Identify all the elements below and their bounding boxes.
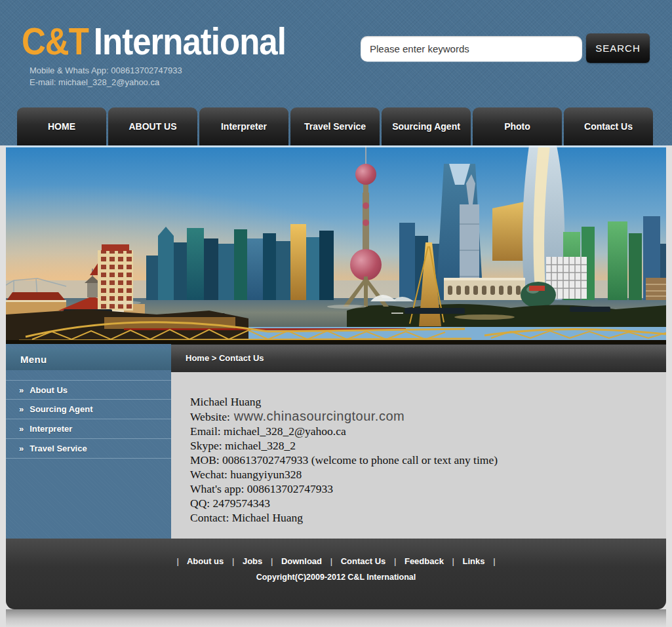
header: C&TInternational Mobile & Whats App: 008… [0, 0, 672, 145]
double-chevron-icon: » [19, 424, 24, 434]
sidebar-title: Menu [6, 349, 171, 370]
breadcrumb: Home > Contact Us [171, 344, 666, 372]
header-contact-lines: Mobile & Whats App: 008613702747933 E-ma… [30, 65, 182, 88]
search-button[interactable]: SEARCH [586, 33, 650, 63]
separator: | [232, 556, 234, 566]
header-email-line: E-mail: michael_328_2@yahoo.ca [30, 77, 182, 88]
contact-person-line: Contact: Michael Huang [190, 510, 653, 525]
footer-reflection [6, 609, 666, 627]
shanghai-skyline-graphic [6, 145, 666, 344]
footer-link-download[interactable]: Download [281, 556, 322, 566]
sidebar-item-travel-service[interactable]: »Travel Service [6, 439, 171, 459]
double-chevron-icon: » [19, 385, 24, 395]
content-area: Home > Contact Us Michael Huang Website:… [171, 344, 666, 539]
copyright-text: Copyright(C)2009-2012 C&L International [6, 573, 666, 582]
sidebar-item-label: About Us [30, 385, 68, 395]
contact-whatsapp-line: What's app: 008613702747933 [190, 482, 653, 496]
site-logo[interactable]: C&TInternational [22, 20, 286, 63]
tab-photo[interactable]: Photo [473, 107, 562, 145]
contact-mob-line: MOB: 008613702747933 (welcome to phone c… [190, 453, 653, 467]
footer-link-contact-us[interactable]: Contact Us [341, 556, 386, 566]
header-mobile-line: Mobile & Whats App: 008613702747933 [30, 65, 182, 77]
tab-sourcing-agent[interactable]: Sourcing Agent [382, 107, 471, 145]
contact-website-line: Website:www.chinasourcingtour.com [190, 409, 653, 424]
sidebar-item-about-us[interactable]: »About Us [6, 380, 171, 400]
contact-name-line: Michael Huang [190, 394, 653, 409]
contact-skype-line: Skype: michael_328_2 [190, 438, 653, 453]
separator: | [271, 556, 273, 566]
sidebar-item-interpreter[interactable]: »Interpreter [6, 419, 171, 439]
tab-contact-us[interactable]: Contact Us [564, 107, 653, 145]
breadcrumb-path[interactable]: Home > Contact Us [186, 353, 264, 363]
sidebar: Menu »About Us »Sourcing Agent »Interpre… [6, 344, 171, 539]
footer-link-links[interactable]: Links [463, 556, 485, 566]
footer: | About us | Jobs | Download | Contact U… [6, 539, 666, 609]
website-url-link[interactable]: www.chinasourcingtour.com [234, 409, 405, 423]
double-chevron-icon: » [19, 444, 24, 453]
sidebar-item-label: Sourcing Agent [30, 404, 92, 414]
search-input[interactable] [361, 36, 582, 62]
footer-links: | About us | Jobs | Download | Contact U… [6, 539, 666, 566]
contact-qq-line: QQ: 2479574343 [190, 496, 653, 510]
sidebar-item-sourcing-agent[interactable]: »Sourcing Agent [6, 400, 171, 419]
logo-primary: C&T [22, 20, 89, 62]
main-area: Menu »About Us »Sourcing Agent »Interpre… [6, 344, 666, 539]
separator: | [452, 556, 454, 566]
banner-image [6, 145, 666, 344]
footer-link-feedback[interactable]: Feedback [405, 556, 444, 566]
contact-wechat-line: Wechat: huangyiyun328 [190, 467, 653, 482]
separator: | [394, 556, 396, 566]
separator: | [330, 556, 332, 566]
footer-link-about-us[interactable]: About us [187, 556, 224, 566]
tab-about-us[interactable]: ABOUT US [108, 107, 197, 145]
sidebar-item-label: Interpreter [30, 424, 72, 434]
logo-secondary: International [94, 20, 286, 62]
footer-link-jobs[interactable]: Jobs [243, 556, 262, 566]
separator: | [176, 556, 178, 566]
contact-email-line: Email: michael_328_2@yahoo.ca [190, 424, 653, 438]
tab-travel-service[interactable]: Travel Service [290, 107, 380, 145]
contact-info-block: Michael Huang Website:www.chinasourcingt… [171, 372, 666, 525]
website-label: Website: [190, 410, 230, 423]
tab-interpreter[interactable]: Interpreter [199, 107, 288, 145]
tab-home[interactable]: HOME [17, 107, 106, 145]
main-nav: HOME ABOUT US Interpreter Travel Service… [17, 107, 653, 145]
sidebar-item-label: Travel Service [30, 444, 87, 453]
separator: | [493, 556, 495, 566]
page: C&TInternational Mobile & Whats App: 008… [0, 0, 672, 627]
sidebar-menu: »About Us »Sourcing Agent »Interpreter »… [6, 380, 171, 459]
double-chevron-icon: » [19, 404, 24, 414]
